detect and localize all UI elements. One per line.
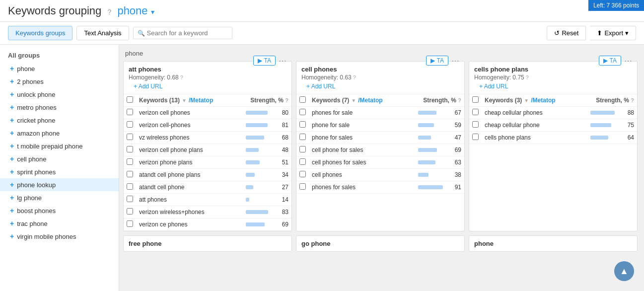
sidebar-item-metro-phones[interactable]: +metro phones	[0, 101, 119, 114]
row-checkbox[interactable]	[299, 183, 306, 190]
strength-bar	[246, 148, 259, 152]
strength-bar-cell	[243, 107, 273, 119]
row-checkbox[interactable]	[127, 196, 133, 202]
strength-bar-cell	[243, 119, 273, 132]
select-all-checkbox[interactable]	[472, 96, 479, 103]
card-homogeneity: Homogeneity: 0.75 ?	[474, 74, 529, 81]
row-checkbox[interactable]	[127, 134, 133, 140]
row-checkbox[interactable]	[299, 171, 306, 177]
page-title: Keywords grouping ? phone ▾	[8, 4, 154, 17]
sidebar-item-cricket-phone[interactable]: +cricket phone	[0, 114, 119, 127]
metatop-link[interactable]: /Metatop	[531, 97, 555, 104]
row-checkbox[interactable]	[127, 171, 133, 177]
homogeneity-help-icon[interactable]: ?	[180, 74, 183, 80]
sidebar-item-boost-phones[interactable]: +boost phones	[0, 204, 119, 217]
metatop-link[interactable]: /Metatop	[189, 97, 213, 104]
homogeneity-help-icon[interactable]: ?	[353, 74, 356, 80]
keyword-cell: phones for sale	[309, 107, 415, 119]
plus-icon: +	[10, 77, 14, 85]
keyword-cell: cheap cellular phone	[482, 119, 587, 132]
keyword-cell: cell phone for sales	[309, 144, 415, 156]
content-area[interactable]: phone att phones Homogeneity: 0.68 ? ▶ T…	[119, 45, 644, 291]
strength-value: 59	[446, 119, 464, 132]
table-row: atandt cell phone 27	[124, 181, 291, 194]
metatop-link[interactable]: /Metatop	[358, 97, 382, 104]
plus-icon: +	[10, 90, 14, 98]
sidebar-item-cell-phone[interactable]: +cell phone	[0, 152, 119, 165]
keyword-link[interactable]: phone ▾	[117, 4, 154, 17]
row-checkbox[interactable]	[472, 121, 479, 128]
strength-value: 81	[273, 119, 291, 132]
add-url-link[interactable]: + Add URL	[129, 81, 286, 92]
sidebar: All groups +phone+2 phones+unlock phone+…	[0, 45, 119, 291]
card-title: cells phone plans	[474, 66, 529, 73]
card-actions: ▶ TA ⋯	[426, 56, 459, 66]
row-checkbox[interactable]	[472, 134, 479, 140]
table-row: att phones 14	[124, 194, 291, 206]
sidebar-item-t-mobile-prepaid[interactable]: +t mobile prepaid phone	[0, 140, 119, 152]
strength-bar	[246, 160, 260, 164]
more-options-button[interactable]: ⋯	[451, 56, 459, 66]
table-row: verizon cell phone plans 48	[124, 144, 291, 156]
card-actions: ▶ TA ⋯	[599, 56, 632, 66]
ta-button[interactable]: ▶ TA	[599, 56, 621, 66]
strength-help-icon[interactable]: ?	[285, 97, 288, 103]
add-url-link[interactable]: + Add URL	[474, 81, 632, 92]
more-options-button[interactable]: ⋯	[624, 56, 632, 66]
row-checkbox[interactable]	[127, 220, 133, 227]
row-checkbox[interactable]	[127, 158, 133, 165]
row-checkbox[interactable]	[299, 158, 306, 165]
scroll-up-button[interactable]: ▲	[614, 261, 634, 281]
keyword-cell: cells phone plans	[482, 132, 587, 144]
search-input[interactable]	[147, 29, 228, 37]
row-checkbox[interactable]	[299, 134, 306, 140]
sidebar-item-trac-phone[interactable]: +trac phone	[0, 217, 119, 230]
help-icon[interactable]: ?	[107, 8, 111, 16]
ta-button[interactable]: ▶ TA	[426, 56, 448, 66]
sidebar-item-virgin-mobile[interactable]: +virgin mobile phones	[0, 230, 119, 243]
table-row: verizon wireless+phones 83	[124, 206, 291, 218]
row-checkbox[interactable]	[127, 208, 133, 215]
row-checkbox[interactable]	[299, 121, 306, 128]
sidebar-item-lg-phone[interactable]: +lg phone	[0, 191, 119, 204]
ta-button[interactable]: ▶ TA	[253, 56, 276, 66]
strength-bar-cell	[243, 206, 273, 218]
export-button[interactable]: ⬆ Export ▾	[590, 26, 636, 40]
add-url-link[interactable]: + Add URL	[301, 81, 459, 92]
select-all-checkbox[interactable]	[299, 96, 306, 103]
row-checkbox[interactable]	[127, 121, 133, 128]
row-checkbox[interactable]	[127, 146, 133, 152]
more-options-button[interactable]: ⋯	[279, 56, 286, 66]
row-checkbox[interactable]	[299, 146, 306, 152]
row-checkbox[interactable]	[472, 109, 479, 115]
row-checkbox[interactable]	[127, 183, 133, 190]
strength-bar	[246, 136, 264, 140]
row-checkbox[interactable]	[299, 109, 306, 115]
sidebar-item-sprint-phones[interactable]: +sprint phones	[0, 165, 119, 178]
sidebar-item-unlock-phone[interactable]: +unlock phone	[0, 88, 119, 101]
homogeneity-help-icon[interactable]: ?	[526, 74, 529, 80]
card-cells-phone-plans: cells phone plans Homogeneity: 0.75 ? ▶ …	[469, 61, 638, 231]
sidebar-item-amazon-phone[interactable]: +amazon phone	[0, 127, 119, 140]
tab-keywords-groups[interactable]: Keywords groups	[8, 26, 72, 40]
plus-icon: +	[10, 181, 14, 189]
keyword-cell: verizon wireless+phones	[136, 206, 243, 218]
strength-bar-cell	[415, 144, 446, 156]
sidebar-item-phone[interactable]: +phone	[0, 62, 119, 75]
strength-col-header: Strength, % ?	[243, 94, 291, 107]
table-row: cheap cellular phone 75	[469, 119, 637, 132]
keyword-cell: phones for sales	[309, 181, 415, 194]
row-checkbox[interactable]	[127, 109, 133, 115]
card-cell-phones: cell phones Homogeneity: 0.63 ? ▶ TA ⋯ +…	[296, 61, 465, 231]
table-row: phone for sales 47	[296, 132, 464, 144]
tab-text-analysis[interactable]: Text Analysis	[76, 26, 129, 40]
select-all-checkbox[interactable]	[127, 96, 133, 103]
sidebar-item-phone-lookup[interactable]: +phone lookup	[0, 178, 119, 191]
strength-help-icon[interactable]: ?	[458, 97, 461, 103]
reset-button[interactable]: ↺ Reset	[547, 26, 586, 40]
strength-value: 67	[446, 107, 464, 119]
strength-bar	[418, 136, 431, 140]
strength-help-icon[interactable]: ?	[631, 97, 634, 103]
sidebar-item-2-phones[interactable]: +2 phones	[0, 75, 119, 88]
plus-icon: +	[10, 207, 14, 215]
